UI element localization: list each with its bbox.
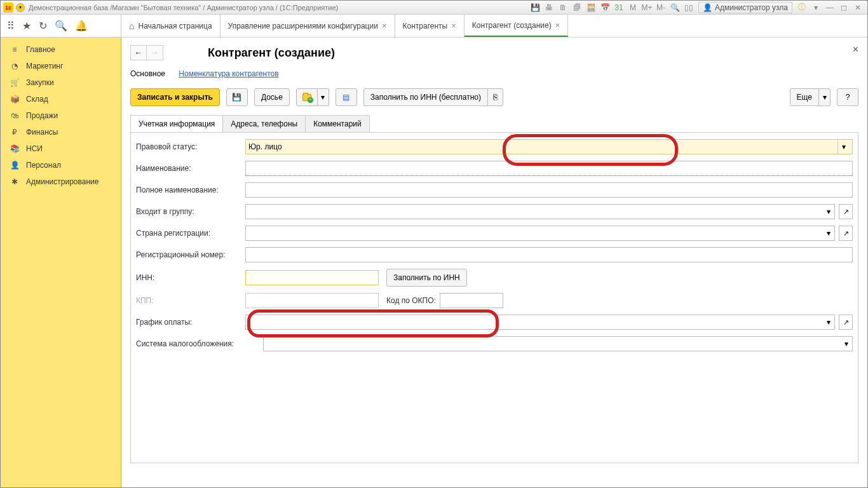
group-open-button[interactable]: ↗	[839, 204, 853, 219]
kpp-input[interactable]	[245, 293, 379, 308]
tab-contragent-create[interactable]: Контрагент (создание) ×	[465, 15, 569, 37]
tax-system-input[interactable]	[263, 336, 840, 351]
kpp-label: КПП:	[136, 296, 245, 305]
group-label: Входит в группу:	[136, 207, 245, 216]
button-label: Записать и закрыть	[137, 93, 213, 102]
user-menu[interactable]: 👤 Администратор узла	[698, 2, 792, 13]
close-icon[interactable]: ×	[451, 21, 456, 30]
apps-icon[interactable]: ⠿	[7, 20, 15, 32]
inn-input[interactable]	[245, 270, 379, 285]
okpo-input[interactable]	[440, 293, 503, 308]
reg-num-input[interactable]	[245, 247, 853, 262]
info-icon[interactable]: ⓘ	[796, 2, 808, 13]
bell-icon[interactable]: 🔔	[75, 20, 88, 32]
folder-button[interactable]: +	[296, 88, 318, 106]
sidebar-item-finance[interactable]: ₽Финансы	[1, 124, 121, 140]
sidebar-item-label: Закупки	[26, 78, 54, 87]
search-icon[interactable]: 🔍	[55, 20, 67, 32]
user-icon: 👤	[703, 3, 712, 12]
form-body: Правовой статус: Юр. лицо ▾ Наименование…	[130, 133, 858, 463]
fill-inn-free-button[interactable]: Заполнить по ИНН (бесплатно)	[363, 88, 488, 106]
page-content: × ← → Контрагент (создание) Основное Ном…	[121, 37, 867, 488]
save-close-button[interactable]: Записать и закрыть	[130, 88, 220, 106]
tab-label: Контрагент (создание)	[472, 21, 552, 30]
print-icon[interactable]: 🖶	[543, 2, 555, 13]
tax-system-dropdown[interactable]: ▾	[840, 336, 853, 351]
dossier-button[interactable]: Досье	[254, 88, 290, 106]
maximize-icon[interactable]: ◻	[838, 2, 850, 13]
star-icon[interactable]: ★	[22, 20, 31, 32]
page-toolbar: Записать и закрыть 💾 Досье + ▾ ▤ Заполни…	[130, 88, 858, 106]
bag-icon: 🛍	[10, 111, 20, 120]
subnav-nomenclature-link[interactable]: Номенклатура контрагентов	[179, 69, 278, 78]
save-icon[interactable]: 💾	[529, 2, 541, 13]
group-input[interactable]	[245, 204, 822, 219]
tab-contragents[interactable]: Контрагенты ×	[395, 15, 465, 37]
m-plus-button[interactable]: M+	[641, 2, 653, 13]
full-name-input[interactable]	[245, 182, 853, 198]
date-icon[interactable]: 31	[613, 2, 625, 13]
payment-schedule-open-button[interactable]: ↗	[839, 315, 853, 330]
sidebar-item-label: Персонал	[26, 161, 61, 170]
help-button[interactable]: ?	[837, 88, 858, 106]
top-nav-row: ⠿ ★ ↻ 🔍 🔔 ⌂ Начальная страница Управлени…	[1, 15, 867, 37]
chevron-down-icon[interactable]: ▾	[837, 140, 850, 154]
sidebar-item-personnel[interactable]: 👤Персонал	[1, 157, 121, 173]
tab-extensions[interactable]: Управление расширениями конфигурации ×	[220, 15, 395, 37]
sidebar-item-sales[interactable]: 🛍Продажи	[1, 107, 121, 124]
m-button[interactable]: M	[627, 2, 639, 13]
sidebar: ≡Главное ◔Маркетинг 🛒Закупки 📦Склад 🛍Про…	[1, 37, 121, 488]
close-page-icon[interactable]: ×	[853, 44, 858, 55]
menu-icon: ≡	[10, 45, 20, 54]
close-window-icon[interactable]: ✕	[852, 2, 864, 13]
more-button[interactable]: Еще	[790, 88, 819, 106]
info-drop-icon[interactable]: ▾	[810, 2, 822, 13]
fill-inn-button[interactable]: Заполнить по ИНН	[386, 269, 467, 287]
user-name: Администратор узла	[715, 3, 788, 12]
close-icon[interactable]: ×	[555, 20, 560, 30]
country-label: Страна регистрации:	[136, 229, 245, 238]
sidebar-item-admin[interactable]: ✱Администрирование	[1, 173, 121, 190]
country-open-button[interactable]: ↗	[839, 226, 853, 241]
form-tab-account-info[interactable]: Учетная информация	[130, 115, 223, 132]
name-input[interactable]	[245, 161, 853, 176]
sidebar-item-main[interactable]: ≡Главное	[1, 41, 121, 58]
calendar-icon[interactable]: 📅	[599, 2, 611, 13]
okpo-label: Код по ОКПО:	[386, 296, 436, 305]
country-input[interactable]	[245, 226, 822, 241]
m-minus-button[interactable]: M-	[655, 2, 667, 13]
folder-dropdown[interactable]: ▾	[318, 88, 329, 106]
group-select-dropdown[interactable]: ▾	[822, 204, 835, 219]
panel-icon[interactable]: ▯▯	[683, 2, 695, 13]
compare-icon[interactable]: 🗐	[571, 2, 583, 13]
nav-back-button[interactable]: ←	[130, 45, 147, 60]
more-dropdown[interactable]: ▾	[819, 88, 831, 106]
sidebar-item-label: Финансы	[26, 128, 58, 137]
fill-inn-settings[interactable]: ⎘	[488, 88, 503, 106]
button-label: Еще	[797, 93, 812, 102]
calc-icon[interactable]: 🧮	[585, 2, 597, 13]
document-icon[interactable]: 🗎	[557, 2, 569, 13]
country-select-dropdown[interactable]: ▾	[822, 226, 835, 241]
zoom-icon[interactable]: 🔍	[669, 2, 681, 13]
history-icon[interactable]: ↻	[39, 20, 47, 32]
list-button[interactable]: ▤	[336, 88, 357, 106]
payment-schedule-input[interactable]	[245, 315, 822, 330]
subnav-main[interactable]: Основное	[130, 69, 165, 78]
sidebar-item-nsi[interactable]: 📚НСИ	[1, 140, 121, 157]
save-button[interactable]: 💾	[226, 88, 248, 106]
close-icon[interactable]: ×	[382, 21, 387, 30]
form-tab-addresses[interactable]: Адреса, телефоны	[222, 115, 306, 132]
books-icon: 📚	[10, 144, 20, 153]
minimize-icon[interactable]: —	[824, 2, 836, 13]
tab-home[interactable]: ⌂ Начальная страница	[121, 15, 220, 37]
titlebar-menu-dropdown[interactable]: ▾	[16, 3, 25, 12]
sidebar-item-marketing[interactable]: ◔Маркетинг	[1, 58, 121, 74]
form-tab-comment[interactable]: Комментарий	[305, 115, 370, 132]
legal-status-select[interactable]: Юр. лицо ▾	[245, 139, 853, 154]
payment-schedule-label: График оплаты:	[136, 318, 245, 327]
payment-schedule-dropdown[interactable]: ▾	[822, 315, 835, 330]
sidebar-item-warehouse[interactable]: 📦Склад	[1, 91, 121, 107]
sidebar-item-purchases[interactable]: 🛒Закупки	[1, 74, 121, 91]
nav-forward-button[interactable]: →	[147, 45, 163, 60]
